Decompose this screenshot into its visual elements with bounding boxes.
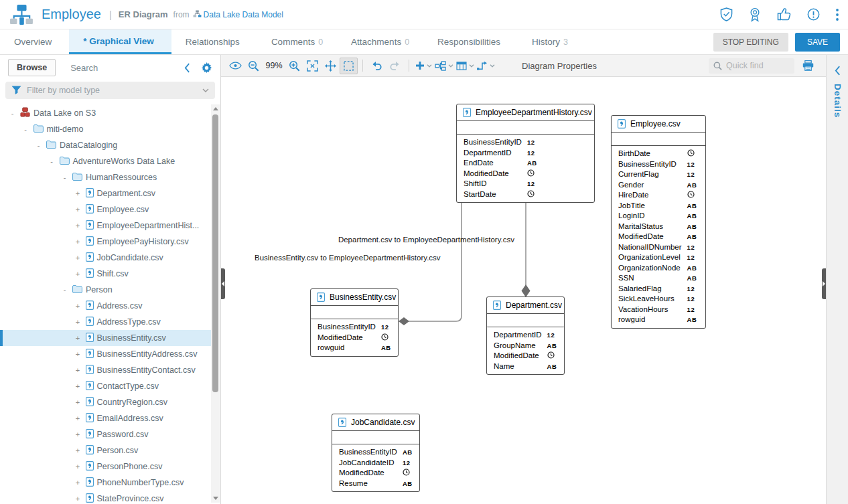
- entity-column-row[interactable]: ModifiedDate: [332, 468, 419, 479]
- entity-column-row[interactable]: ModifiedDate: [487, 351, 563, 361]
- zoom-out-icon[interactable]: [244, 58, 263, 74]
- relationship-label[interactable]: BusinessEntity.csv to EmployeeDepartment…: [255, 254, 441, 262]
- entity-column-row[interactable]: BirthDate: [612, 149, 703, 159]
- entity-column-row[interactable]: HireDate: [612, 190, 703, 201]
- tree-expander[interactable]: +: [74, 398, 82, 406]
- entity-column-row[interactable]: SickLeaveHours: [612, 294, 703, 305]
- entity-column-row[interactable]: Name: [487, 361, 563, 372]
- tab[interactable]: History 3: [518, 29, 582, 54]
- entity-table-business-entity[interactable]: BusinessEntity.csv BusinessEntityID Modi…: [310, 288, 399, 357]
- tree-expander[interactable]: +: [74, 382, 82, 390]
- entity-column-row[interactable]: StartDate: [457, 189, 544, 200]
- tab[interactable]: Attachments 0: [337, 29, 423, 54]
- more-options-kebab-icon[interactable]: [836, 9, 839, 21]
- entity-column-row[interactable]: ShiftID: [457, 179, 544, 189]
- tree-item[interactable]: + PhoneNumberType.csv: [0, 475, 211, 491]
- entity-column-row[interactable]: VacationHours: [612, 305, 703, 315]
- entity-column-row[interactable]: DepartmentID: [457, 148, 544, 159]
- tree-item[interactable]: + Employee.csv: [0, 201, 211, 218]
- tree-expander[interactable]: +: [74, 463, 82, 471]
- governance-shield-icon[interactable]: [720, 7, 733, 21]
- sidebar-collapse-handle[interactable]: [221, 268, 225, 299]
- tree-expander[interactable]: +: [74, 205, 82, 214]
- tree-expander[interactable]: +: [74, 366, 82, 374]
- entity-column-row[interactable]: ModifiedDate: [311, 333, 398, 343]
- tree-item[interactable]: + JobCandidate.csv: [0, 250, 211, 266]
- tree-item[interactable]: + Department.csv: [0, 185, 211, 201]
- stop-editing-button[interactable]: STOP EDITING: [713, 33, 788, 52]
- tree-expander[interactable]: -: [8, 109, 17, 117]
- tree-expander[interactable]: +: [74, 189, 82, 197]
- tree-expander[interactable]: -: [21, 125, 30, 133]
- tree-item[interactable]: - Person: [0, 282, 211, 298]
- tree-expander[interactable]: +: [74, 334, 82, 342]
- collapse-sidebar-chevron-icon[interactable]: [184, 63, 190, 73]
- tree-item[interactable]: + StateProvince.csv: [0, 491, 211, 504]
- entity-column-row[interactable]: BusinessEntityID: [311, 322, 398, 333]
- certification-award-icon[interactable]: [749, 7, 761, 22]
- entity-column-row[interactable]: ModifiedDate: [612, 232, 703, 242]
- tree-expander[interactable]: +: [74, 302, 82, 310]
- entity-column-row[interactable]: BusinessEntityID: [332, 447, 419, 458]
- tree-item[interactable]: + CountryRegion.csv: [0, 394, 211, 410]
- entity-column-row[interactable]: SSN: [612, 273, 703, 284]
- entity-column-row[interactable]: JobTitle: [612, 201, 703, 212]
- entity-column-row[interactable]: BusinessEntityID: [457, 137, 544, 148]
- tree-item[interactable]: + EmployeeDepartmentHist...: [0, 218, 211, 234]
- model-type-filter-dropdown[interactable]: Filter by model type: [5, 82, 215, 99]
- tree-item[interactable]: - HumanRessources: [0, 169, 211, 185]
- tree-expander[interactable]: +: [74, 270, 82, 278]
- pan-tool-icon[interactable]: [322, 58, 340, 74]
- tree-expander[interactable]: -: [60, 286, 69, 294]
- tree-item[interactable]: + EmployeePayHistory.csv: [0, 234, 211, 250]
- entity-column-row[interactable]: CurrentFlag: [612, 169, 703, 180]
- tree-item[interactable]: + BusinessEntityContact.csv: [0, 362, 211, 378]
- tree-item[interactable]: + Address.csv: [0, 298, 211, 314]
- entity-table-job-candidate[interactable]: JobCandidate.csv BusinessEntityID JobCan…: [332, 414, 420, 492]
- expand-details-chevron-icon[interactable]: [835, 66, 841, 76]
- details-panel-label[interactable]: Details: [833, 84, 843, 118]
- tree-expander[interactable]: +: [74, 430, 82, 438]
- entity-column-row[interactable]: DepartmentID: [487, 330, 563, 341]
- tab[interactable]: Responsibilities: [423, 29, 518, 54]
- fit-to-screen-icon[interactable]: [303, 58, 322, 74]
- scroll-down-arrow[interactable]: [211, 494, 220, 503]
- entity-column-row[interactable]: JobCandidateID: [332, 458, 419, 469]
- model-link[interactable]: Data Lake Data Model: [193, 10, 283, 19]
- issues-alert-icon[interactable]: [807, 8, 820, 21]
- add-entity-dropdown[interactable]: [415, 61, 432, 70]
- tree-expander[interactable]: +: [74, 222, 82, 230]
- table-display-dropdown[interactable]: [456, 62, 474, 70]
- entity-table-department[interactable]: Department.csv DepartmentID GroupName: [486, 297, 565, 375]
- tree-expander[interactable]: +: [74, 238, 82, 246]
- diagram-canvas[interactable]: Department.csv to EmployeeDepartmentHist…: [221, 77, 826, 504]
- sidebar-settings-gear-icon[interactable]: [201, 62, 212, 74]
- tree-item[interactable]: - DataCataloging: [0, 137, 211, 153]
- tree-expander[interactable]: +: [74, 495, 82, 503]
- auto-layout-dropdown[interactable]: [435, 61, 453, 71]
- entity-column-row[interactable]: OrganizationNode: [612, 263, 703, 274]
- zoom-in-icon[interactable]: [285, 58, 303, 74]
- entity-column-row[interactable]: BusinessEntityID: [612, 159, 703, 170]
- redo-icon[interactable]: [386, 58, 404, 74]
- save-button[interactable]: SAVE: [795, 33, 840, 52]
- entity-column-row[interactable]: Resume: [332, 479, 419, 489]
- tree-expander[interactable]: +: [74, 254, 82, 262]
- relationship-label[interactable]: Department.csv to EmployeeDepartmentHist…: [328, 236, 514, 244]
- tree-item[interactable]: + Shift.csv: [0, 266, 211, 282]
- tree-item[interactable]: + PersonPhone.csv: [0, 458, 211, 475]
- quick-find-box[interactable]: [709, 58, 794, 74]
- entity-column-row[interactable]: ModifiedDate: [457, 169, 544, 179]
- thumbs-up-icon[interactable]: [777, 8, 791, 21]
- marquee-select-tool-icon[interactable]: [340, 58, 358, 74]
- entity-table-employee-department-history[interactable]: EmployeeDepartmentHistory.csv BusinessEn…: [456, 104, 595, 203]
- entity-column-row[interactable]: SalariedFlag: [612, 284, 703, 295]
- diagram-properties-label[interactable]: Diagram Properties: [522, 61, 597, 71]
- tree-expander[interactable]: -: [60, 173, 69, 181]
- tab[interactable]: * Graphical View: [69, 29, 171, 54]
- tree-item[interactable]: - AdventureWorks Data Lake: [0, 153, 211, 169]
- tree-item[interactable]: - miti-demo: [0, 121, 211, 137]
- entity-column-row[interactable]: EndDate: [457, 158, 544, 169]
- tree-expander[interactable]: +: [74, 446, 82, 454]
- scroll-up-arrow[interactable]: [211, 104, 220, 113]
